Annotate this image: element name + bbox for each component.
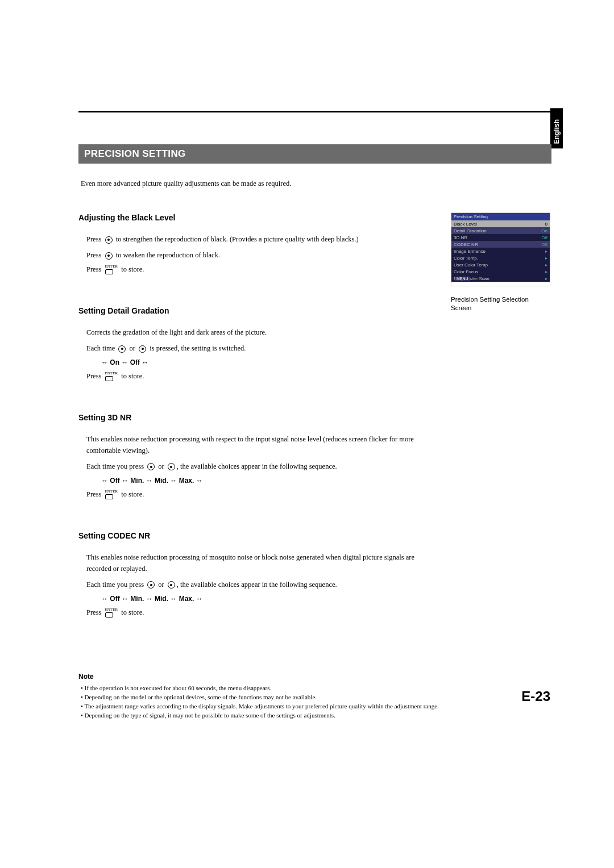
section-main-title: PRECISION SETTING [78, 144, 551, 164]
document-page: PRECISION SETTING Even more advanced pic… [0, 0, 614, 683]
text-frag: to store. [119, 608, 144, 616]
body-line: Each time you press or , the available c… [86, 579, 420, 590]
osd-row-value: Off [541, 235, 547, 240]
osd-screenshot: Precision Setting Black Level0Detail Gra… [451, 212, 550, 312]
note-item: • If the operation is not executed for a… [81, 684, 551, 693]
store-line: Press ENTER to store. [86, 490, 420, 499]
osd-row: Color Focus▸ [451, 268, 550, 275]
osd-row: CODEC NROff [451, 241, 550, 248]
text-frag: Press [86, 251, 103, 259]
heading: Adjusting the Black Level [78, 213, 420, 222]
text-frag: or [127, 344, 137, 352]
page-number: E-23 [521, 688, 550, 704]
osd-row-value: ▸ [545, 256, 547, 261]
osd-row: Detail GradationOn [451, 227, 550, 234]
right-key-icon [105, 252, 113, 260]
content-column: Even more advanced picture quality adjus… [78, 180, 420, 617]
heading: Setting CODEC NR [78, 531, 420, 540]
note-item: • The adjustment range varies according … [81, 702, 551, 711]
osd-row-label: 3D NR [454, 235, 467, 240]
note-item: • Depending on the model or the optional… [81, 693, 551, 702]
right-key-icon [168, 581, 175, 589]
option-sequence: ↔ Off ↔ Min. ↔ Mid. ↔ Max. ↔ [101, 595, 420, 603]
osd-row-label: Detail Gradation [454, 228, 487, 233]
option-sequence: ↔ On ↔ Off ↔ [101, 358, 420, 366]
section-detail-gradation: Setting Detail Gradation Corrects the gr… [78, 306, 420, 381]
osd-row-value: ▸ [545, 269, 547, 274]
body-line: Press to weaken the reproduction of blac… [86, 249, 420, 261]
osd-row-label: Black Level [454, 222, 477, 227]
text-frag: Each time [86, 344, 117, 352]
osd-header: Precision Setting [451, 213, 550, 220]
osd-row-value: 0 [545, 222, 547, 227]
body-line: This enables noise reduction processing … [86, 552, 420, 574]
section-codec-nr: Setting CODEC NR This enables noise redu… [78, 531, 420, 617]
left-key-icon [118, 345, 126, 353]
section-black-level: Adjusting the Black Level Press to stren… [78, 213, 420, 274]
osd-row: 3D NROff [451, 234, 550, 241]
osd-row-label: Image Enhance [454, 249, 486, 254]
osd-row-label: User Color Temp. [454, 262, 489, 268]
enter-key-icon: ENTER [105, 608, 118, 617]
osd-footer-text: Next [472, 276, 481, 281]
body-line: Each time or is pressed, the setting is … [86, 343, 420, 354]
osd-row-label: Color Temp. [454, 256, 478, 261]
osd-screen: Precision Setting Black Level0Detail Gra… [451, 212, 550, 286]
left-key-icon [105, 236, 113, 244]
text-frag: to store. [119, 490, 144, 498]
menu-badge: MENU [455, 277, 470, 281]
osd-row: User Color Temp.▸ [451, 261, 550, 268]
heading: Setting Detail Gradation [78, 306, 420, 315]
osd-row: Color Temp.▸ [451, 254, 550, 261]
left-key-icon [147, 463, 155, 470]
text-frag: or [156, 581, 166, 589]
body-line: Corrects the gradation of the light and … [86, 327, 420, 338]
osd-row-label: CODEC NR [454, 242, 478, 247]
osd-row-value: ▸ [545, 249, 547, 254]
store-line: Press ENTER to store. [86, 608, 420, 617]
heading: Setting 3D NR [78, 413, 420, 422]
text-frag: , the available choices appear in the fo… [177, 581, 337, 589]
text-frag: to store. [119, 372, 144, 380]
enter-key-icon: ENTER [105, 490, 118, 499]
osd-row: Image Enhance▸ [451, 248, 550, 254]
right-key-icon [139, 345, 146, 353]
osd-row-value: ▸ [545, 276, 547, 281]
body-line: Press to strengthen the reproduction of … [86, 233, 420, 245]
notes-heading: Note [78, 673, 551, 681]
osd-row-value: Off [541, 242, 547, 247]
text-frag: Each time you press [86, 462, 146, 470]
text-frag: is pressed, the setting is switched. [148, 344, 246, 352]
section-3d-nr: Setting 3D NR This enables noise reducti… [78, 413, 420, 499]
store-line: Press ENTER to store. [86, 372, 420, 381]
enter-key-icon: ENTER [105, 372, 118, 381]
body-line: This enables noise reduction processing … [86, 433, 420, 456]
osd-footer: MENUNext [455, 276, 481, 281]
left-key-icon [147, 581, 155, 589]
text-frag: Press [86, 235, 103, 243]
intro-text: Even more advanced picture quality adjus… [81, 180, 420, 188]
osd-row-label: Color Focus [454, 269, 478, 274]
option-sequence: ↔ Off ↔ Min. ↔ Mid. ↔ Max. ↔ [101, 477, 420, 485]
store-line: Press ENTER to store. [86, 265, 420, 274]
text-frag: to store. [119, 265, 144, 273]
text-frag: to weaken the reproduction of black. [114, 251, 220, 259]
text-frag: , the available choices appear in the fo… [177, 462, 337, 470]
note-item: • Depending on the type of signal, it ma… [81, 711, 551, 720]
osd-caption: Precision Setting Selection Screen [451, 295, 550, 312]
osd-row-value: On [541, 228, 547, 233]
text-frag: Each time you press [86, 581, 146, 589]
body-line: Each time you press or , the available c… [86, 461, 420, 472]
text-frag: to strengthen the reproduction of black.… [114, 235, 359, 243]
enter-key-icon: ENTER [105, 265, 118, 274]
top-rule [78, 111, 551, 112]
text-frag: or [156, 462, 166, 470]
osd-row-value: ▸ [545, 262, 547, 268]
notes-block: Note • If the operation is not executed … [78, 673, 551, 720]
right-key-icon [168, 463, 175, 470]
osd-row: Black Level0 [451, 220, 550, 227]
